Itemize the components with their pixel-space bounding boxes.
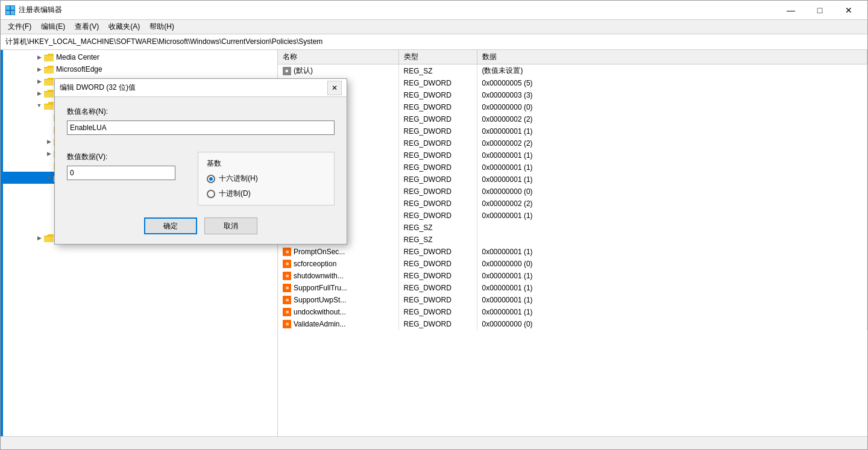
radio-dec[interactable]: 十进制(D) [207, 189, 326, 199]
reg-value-name: ⊞SupportFullTru... [278, 282, 398, 294]
svg-rect-3 [11, 11, 14, 14]
reg-value-type: REG_DWORD [398, 294, 477, 306]
menu-bar: 文件(F) 编辑(E) 查看(V) 收藏夹(A) 帮助(H) [1, 20, 867, 34]
reg-icon-dword: ⊞ [283, 308, 291, 316]
col-type: 类型 [398, 50, 477, 64]
dialog-name-label: 数值名称(N): [67, 107, 335, 117]
menu-favorites[interactable]: 收藏夹(A) [104, 20, 145, 33]
table-row[interactable]: ■(默认)REG_SZ(数值未设置) [278, 64, 867, 78]
table-row[interactable]: ⊞atio...REG_DWORD0x00000002 (2) [278, 113, 867, 125]
reg-value-type: REG_DWORD [398, 258, 477, 270]
reg-value-name: ⊞shutdownwith... [278, 270, 398, 282]
reg-value-type: REG_DWORD [398, 186, 477, 198]
status-bar [1, 436, 867, 449]
dialog-cancel-button[interactable]: 取消 [204, 217, 257, 234]
reg-value-name: ■(默认) [278, 64, 398, 78]
folder-icon [44, 77, 54, 86]
expand-icon: ▶ [34, 75, 44, 87]
reg-value-data: 0x00000001 (1) [477, 149, 867, 161]
app-icon [5, 5, 15, 15]
table-row[interactable]: ablegalnoticetextREG_SZ [278, 234, 867, 246]
reg-value-type: REG_DWORD [398, 125, 477, 137]
table-row[interactable]: ⊞rust...REG_DWORD0x00000002 (2) [278, 137, 867, 149]
reg-value-data: 0x00000000 (0) [477, 186, 867, 198]
table-row[interactable]: ⊞undockwithout...REG_DWORD0x00000001 (1) [278, 306, 867, 318]
reg-value-data: 0x00000001 (1) [477, 306, 867, 318]
expand-icon: ▶ [34, 63, 44, 75]
table-row[interactable]: ⊞scforceoptionREG_DWORD0x00000000 (0) [278, 258, 867, 270]
expand-icon: ▶ [34, 87, 44, 99]
tree-label-media-center: Media Center [56, 53, 99, 61]
table-row[interactable]: ablegalnoticecap...REG_SZ [278, 222, 867, 234]
table-row[interactable]: ⊞omp...REG_DWORD0x00000003 (3) [278, 89, 867, 101]
radio-dec-label: 十进制(D) [219, 189, 251, 199]
menu-file[interactable]: 文件(F) [3, 20, 36, 33]
folder-icon [44, 234, 54, 242]
dialog-close-button[interactable]: ✕ [327, 81, 342, 95]
reg-value-data: 0x00000002 (2) [477, 137, 867, 149]
registry-values-pane: 名称 类型 数据 ■(默认)REG_SZ(数值未设置)⊞omp...REG_DW… [278, 50, 867, 436]
reg-value-name: ⊞scforceoption [278, 258, 398, 270]
expand-icon: ▶ [34, 232, 44, 244]
maximize-button[interactable]: □ [806, 1, 834, 20]
reg-value-data: 0x00000001 (1) [477, 125, 867, 137]
reg-value-data: 0x00000001 (1) [477, 246, 867, 258]
reg-value-type: REG_DWORD [398, 318, 477, 330]
table-row[interactable]: ⊞orS...REG_DWORD0x00000001 (1) [278, 125, 867, 137]
table-row[interactable]: ⊞EnableVirtualiz...REG_DWORD0x00000001 (… [278, 210, 867, 222]
dialog-base-area: 基数 十六进制(H) 十进制(D) [198, 152, 335, 205]
table-row[interactable]: ⊞SupportFullTru...REG_DWORD0x00000001 (1… [278, 282, 867, 294]
expand-icon: ▶ [44, 136, 54, 148]
reg-value-type: REG_DWORD [398, 198, 477, 210]
reg-value-data [477, 222, 867, 234]
table-row[interactable]: ⊞ller...REG_DWORD0x00000001 (1) [278, 149, 867, 161]
table-row[interactable]: ⊞PromptOnSec...REG_DWORD0x00000001 (1) [278, 246, 867, 258]
reg-value-type: REG_DWORD [398, 137, 477, 149]
tree-item-microsoft-edge[interactable]: ▶ MicrosoftEdge [3, 63, 277, 75]
reg-value-data: 0x00000001 (1) [477, 173, 867, 186]
dialog-data-input[interactable] [67, 166, 175, 180]
expand-icon [44, 123, 54, 136]
window-title: 注册表编辑器 [19, 5, 777, 15]
table-row[interactable]: ⊞REG_DWORD0x00000001 (1) [278, 161, 867, 173]
reg-icon-dword: ⊞ [283, 248, 291, 256]
table-row[interactable]: ⊞shutdownwith...REG_DWORD0x00000001 (1) [278, 270, 867, 282]
reg-value-data: 0x00000001 (1) [477, 282, 867, 294]
reg-value-type: REG_DWORD [398, 149, 477, 161]
table-row[interactable]: ⊞reU...REG_DWORD0x00000001 (1) [278, 173, 867, 186]
dialog-ok-button[interactable]: 确定 [144, 217, 197, 234]
reg-value-type: REG_DWORD [398, 77, 477, 89]
reg-value-type: REG_DWORD [398, 89, 477, 101]
minimize-button[interactable]: — [777, 1, 805, 20]
reg-value-data: 0x00000001 (1) [477, 270, 867, 282]
reg-value-name: ⊞undockwithout... [278, 306, 398, 318]
radio-hex[interactable]: 十六进制(H) [207, 173, 326, 184]
table-row[interactable]: ⊞ylas...REG_DWORD0x00000000 (0) [278, 101, 867, 113]
expand-icon: ▶ [44, 148, 54, 160]
svg-rect-1 [11, 6, 14, 10]
dialog-name-input[interactable] [67, 120, 335, 135]
reg-value-data: 0x00000005 (5) [477, 77, 867, 89]
table-row[interactable]: ⊞omp...REG_DWORD0x00000005 (5) [278, 77, 867, 89]
reg-value-type: REG_DWORD [398, 101, 477, 113]
menu-edit[interactable]: 编辑(E) [36, 20, 70, 33]
table-row[interactable]: ⊞ValidateAdmin...REG_DWORD0x00000000 (0) [278, 318, 867, 330]
dialog-body: 数值名称(N): 数值数据(V): 基数 十六进制(H) [55, 97, 347, 244]
reg-value-data: 0x00000001 (1) [477, 294, 867, 306]
radio-hex-label: 十六进制(H) [219, 173, 258, 184]
tree-item-media-center[interactable]: ▶ Media Center [3, 51, 277, 63]
reg-value-type: REG_DWORD [398, 113, 477, 125]
col-name: 名称 [278, 50, 398, 64]
menu-view[interactable]: 查看(V) [70, 20, 104, 33]
tree-label-microsoft-edge: MicrosoftEdge [56, 65, 102, 73]
menu-help[interactable]: 帮助(H) [145, 20, 179, 33]
table-row[interactable]: ⊞Desk...REG_DWORD0x00000000 (0) [278, 186, 867, 198]
dialog-value-area: 数值数据(V): [67, 152, 186, 205]
table-row[interactable]: ⊞SupportUwpSt...REG_DWORD0x00000001 (1) [278, 294, 867, 306]
table-row[interactable]: ⊞Star...REG_DWORD0x00000002 (2) [278, 198, 867, 210]
reg-value-data: 0x00000001 (1) [477, 210, 867, 222]
reg-value-data: 0x00000003 (3) [477, 89, 867, 101]
window-controls: — □ ✕ [777, 1, 863, 20]
close-button[interactable]: ✕ [835, 1, 863, 20]
folder-open-icon [44, 101, 54, 110]
